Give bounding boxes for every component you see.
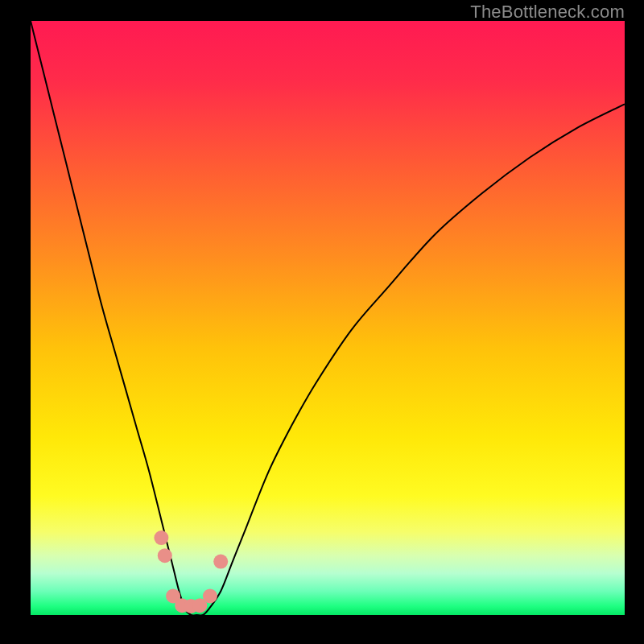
curve-layer xyxy=(31,21,625,615)
curve-markers xyxy=(154,530,228,613)
marker-dot xyxy=(203,588,217,603)
plot-area xyxy=(31,21,625,615)
watermark-text: TheBottleneck.com xyxy=(470,2,625,23)
marker-dot xyxy=(213,555,228,569)
bottleneck-curve xyxy=(31,21,625,615)
chart-frame: TheBottleneck.com xyxy=(0,0,644,644)
marker-dot xyxy=(158,548,172,563)
marker-dot xyxy=(154,530,168,545)
